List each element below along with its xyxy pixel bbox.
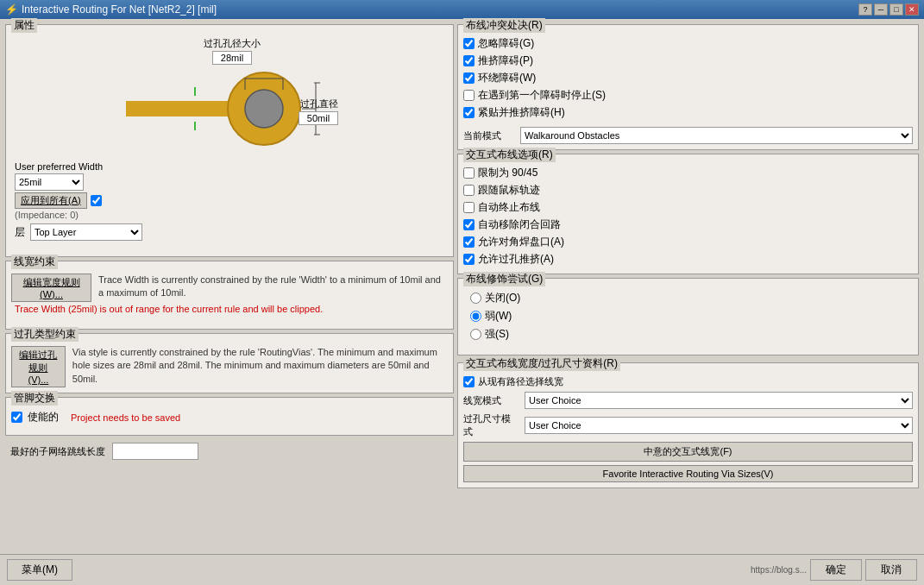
collision-label-3: 在遇到第一个障碍时停止(S) [478,88,606,103]
routing-opt-1: 跟随鼠标轨迹 [463,183,913,198]
collision-title: 布线冲突处决(R) [463,18,545,33]
routing-options-title: 交互式布线选项(R) [463,148,556,162]
apply-all-checkbox[interactable] [91,195,102,206]
bottom-bar: 菜单(M) https://blog.s... 确定 取消 [0,554,924,585]
routing-opt-3: 自动移除闭合回路 [463,217,913,232]
decor-label-0: 关闭(O) [485,291,520,305]
via-mode-select[interactable]: User Choice [525,417,913,434]
via-diameter-value[interactable]: 50mil [299,111,338,125]
current-mode-select[interactable]: Walkaround Obstacles [520,127,913,144]
width-label: User preferred Width [15,161,103,172]
width-constraint-title: 线宽约束 [11,255,58,269]
subnet-length-row: 最好的子网络跳线长度 20mil [5,439,454,463]
via-diagram-svg [117,44,342,148]
width-via-mode-group: 交互式布线宽度/过孔尺寸资料(R) 从现有路径选择线宽 线宽模式 User Ch… [457,362,919,488]
width-mode-label: 线宽模式 [463,394,519,407]
via-constraint-group: 过孔类型约束 编辑过孔规则(V)... Via style is current… [5,333,454,393]
favorite-via-button[interactable]: Favorite Interactive Routing Via Sizes(V… [463,465,913,482]
routing-options-group: 交互式布线选项(R) 限制为 90/45 跟随鼠标轨迹 自动终止布线 自动移除闭… [457,154,919,274]
maximize-button[interactable]: □ [889,3,903,16]
collision-checkbox-4[interactable] [463,107,475,118]
via-constraint-text: Via style is currently constrained by th… [72,346,448,386]
decoration-title: 布线修饰尝试(G) [463,272,545,286]
routing-opt-label-1: 跟随鼠标轨迹 [478,183,540,198]
collision-label-4: 紧贴并推挤障碍(H) [478,105,565,120]
routing-opt-5: 允许过孔推挤(A) [463,252,913,267]
properties-title: 属性 [11,18,37,33]
collision-label-1: 推挤障碍(P) [478,53,533,68]
help-button[interactable]: ? [858,3,872,16]
properties-group: 属性 过孔孔径大小 28mil [5,24,454,257]
collision-item-0: 忽略障碍(G) [463,36,913,51]
ok-button[interactable]: 确定 [810,559,862,581]
decor-radio-input-2[interactable] [470,329,481,340]
collision-group: 布线冲突处决(R) 忽略障碍(G) 推挤障碍(P) 环绕障碍(W) 在遇到第一个… [457,24,919,150]
decor-label-2: 强(S) [485,327,509,342]
routing-opt-label-3: 自动移除闭合回路 [478,217,561,232]
decoration-group: 布线修饰尝试(G) 关闭(O) 弱(W) 强(S) [457,278,919,355]
width-mode-select[interactable]: User Choice [525,392,913,409]
window-title: Interactive Routing For Net [NetR2_2] [m… [22,3,217,16]
layer-select[interactable]: Top Layer [30,223,142,241]
routing-opt-checkbox-5[interactable] [463,254,475,265]
routing-opt-label-5: 允许过孔推挤(A) [478,252,554,267]
app-icon: ⚡ [5,3,18,16]
collision-item-2: 环绕障碍(W) [463,71,913,85]
edit-width-rule-button[interactable]: 编辑宽度规则(W)... [11,274,91,302]
footpad-title: 管脚交换 [11,391,58,406]
impedance-label: (Impedance: 0) [15,210,79,220]
routing-opt-2: 自动终止布线 [463,200,913,215]
decor-radio-2: 强(S) [470,327,913,342]
collision-checkbox-0[interactable] [463,38,475,49]
status-text: https://blog.s... [751,565,807,575]
footpad-enable-label: 使能的 [28,410,59,425]
svg-point-2 [245,90,283,128]
collision-item-4: 紧贴并推挤障碍(H) [463,105,913,120]
close-button[interactable]: ✕ [905,3,919,16]
routing-opt-checkbox-1[interactable] [463,185,475,196]
subnet-length-input[interactable]: 20mil [112,443,198,460]
favorite-width-button[interactable]: 中意的交互式线宽(F) [463,442,913,462]
collision-checkbox-2[interactable] [463,72,475,84]
routing-opt-0: 限制为 90/45 [463,166,913,180]
routing-opt-checkbox-0[interactable] [463,167,475,179]
footpad-enable-checkbox[interactable] [11,412,22,423]
width-select[interactable]: 25mil [15,173,84,191]
decor-radio-input-1[interactable] [470,311,481,322]
routing-opt-4: 允许对角焊盘口(A) [463,235,913,249]
collision-checkbox-3[interactable] [463,90,475,101]
decor-radio-0: 关闭(O) [470,291,913,305]
decor-radio-1: 弱(W) [470,309,913,324]
routing-opt-label-0: 限制为 90/45 [478,166,537,180]
title-bar: ⚡ Interactive Routing For Net [NetR2_2] … [0,0,924,19]
current-mode-label: 当前模式 [463,129,515,142]
menu-button[interactable]: 菜单(M) [7,559,72,581]
collision-item-3: 在遇到第一个障碍时停止(S) [463,88,913,103]
select-from-path-checkbox[interactable] [463,376,475,387]
collision-label-0: 忽略障碍(G) [478,36,534,51]
routing-opt-label-4: 允许对角焊盘口(A) [478,235,564,249]
routing-opt-checkbox-3[interactable] [463,219,475,230]
edit-via-rule-button[interactable]: 编辑过孔规则(V)... [11,346,66,387]
routing-opt-checkbox-4[interactable] [463,236,475,248]
apply-all-button[interactable]: 应用到所有(A) [15,192,87,209]
via-diameter-label: 过孔直径 [300,98,338,110]
routing-opt-checkbox-2[interactable] [463,202,475,213]
decor-label-1: 弱(W) [485,309,512,324]
cancel-button[interactable]: 取消 [865,559,917,581]
via-constraint-title: 过孔类型约束 [11,327,79,342]
collision-checkbox-1[interactable] [463,55,475,66]
width-error-text: Trace Width (25mil) is out of range for … [15,304,448,314]
width-via-mode-title: 交互式布线宽度/过孔尺寸资料(R) [463,356,620,371]
footpad-save-message: Project needs to be saved [71,412,180,423]
width-constraint-text: Trace Width is currently constrained by … [98,274,448,300]
minimize-button[interactable]: ─ [874,3,888,16]
footpad-group: 管脚交换 使能的 Project needs to be saved [5,397,454,436]
routing-opt-label-2: 自动终止布线 [478,200,540,215]
collision-item-1: 推挤障碍(P) [463,53,913,68]
via-mode-label: 过孔尺寸模式 [463,412,519,438]
select-from-path-label: 从现有路径选择线宽 [478,375,563,388]
width-constraint-group: 线宽约束 编辑宽度规则(W)... Trace Width is current… [5,261,454,330]
subnet-length-label: 最好的子网络跳线长度 [10,445,105,458]
decor-radio-input-0[interactable] [470,292,481,304]
